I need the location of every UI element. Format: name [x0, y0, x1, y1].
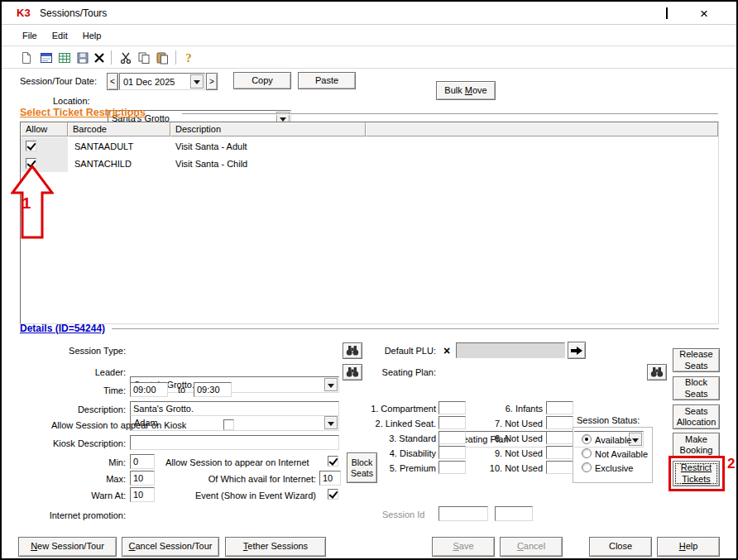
time-start-field[interactable]: 09:00 [130, 382, 168, 397]
seat-label-10: 10. Not Used [478, 463, 543, 473]
kiosk-checkbox[interactable] [223, 419, 234, 430]
date-value: 01 Dec 2025 [120, 77, 175, 87]
time-end-field[interactable]: 09:30 [194, 382, 232, 397]
seat-field-7[interactable] [546, 416, 573, 429]
seat-field-2[interactable] [438, 416, 466, 429]
new-session-tour-button[interactable]: New Session/Tour [18, 537, 117, 557]
make-booking-button[interactable]: Make Booking [673, 433, 720, 457]
seats-allocation-button[interactable]: Seats Allocation [673, 404, 720, 429]
paste-icon[interactable] [154, 50, 170, 66]
menu-edit[interactable]: Edit [45, 28, 75, 43]
min-field[interactable]: 0 [130, 454, 155, 469]
design-form-icon[interactable] [38, 50, 55, 66]
column-header-description[interactable]: Description [170, 122, 366, 136]
time-to-label: to [178, 385, 185, 395]
column-header-barcode[interactable]: Barcode [68, 122, 170, 136]
annotation-box-2 [669, 456, 725, 491]
seating-plan-search-button[interactable] [647, 364, 667, 381]
clear-plu-button[interactable]: × [439, 343, 454, 358]
restriction-row[interactable]: SANTAADULT Visit Santa - Adult [21, 137, 718, 155]
paste-button[interactable]: Paste [298, 72, 356, 89]
cancel-session-tour-button[interactable]: Cancel Session/Tour [122, 537, 219, 557]
event-check-label: Event (Show in Event Wizard) [192, 491, 316, 500]
seat-label-2: 2. Linked Seat. [357, 419, 436, 428]
cut-icon[interactable] [117, 50, 134, 66]
annotation-step2-number: 2 [727, 456, 735, 472]
seat-label-7: 7. Not Used [478, 419, 543, 428]
close-dialog-button[interactable]: Close [589, 537, 652, 557]
menu-file[interactable]: File [15, 28, 45, 43]
tether-sessions-button[interactable]: Tether Sessions [225, 537, 326, 557]
release-seats-button[interactable]: Release Seats [673, 348, 720, 372]
max-field[interactable]: 10 [130, 471, 155, 486]
seat-field-3[interactable] [438, 431, 466, 444]
copy-icon[interactable] [136, 50, 152, 66]
seat-field-9[interactable] [546, 446, 573, 459]
session-type-search-button[interactable] [343, 342, 362, 359]
ticket-restrictions-list[interactable]: Allow Barcode Description SANTAADULT Vis… [20, 122, 719, 324]
restrictions-legend: Select Ticket Restrictions [20, 107, 146, 118]
minimize-button[interactable] [616, 3, 644, 23]
default-plu-label: Default PLU: [374, 346, 436, 356]
toolbar: ? [2, 47, 736, 69]
chevron-down-icon[interactable] [324, 416, 338, 429]
barcode-cell: SANTAADULT [68, 141, 170, 151]
block-seats-button[interactable]: Block Seats [673, 376, 720, 400]
seat-field-5[interactable] [438, 461, 466, 474]
description-field[interactable]: Santa's Grotto. [130, 401, 339, 416]
column-header-allow[interactable]: Allow [21, 122, 68, 136]
new-document-icon[interactable] [18, 50, 35, 66]
delete-icon[interactable] [91, 50, 108, 66]
barcode-cell: SANTACHILD [68, 159, 170, 169]
list-header: Allow Barcode Description [21, 122, 718, 136]
seat-label-3: 3. Standard [357, 433, 436, 443]
status-radio-exclusive[interactable] [582, 462, 592, 472]
session-id-field-2[interactable] [495, 506, 533, 521]
seat-field-8[interactable] [546, 431, 573, 444]
date-next-button[interactable]: > [206, 73, 218, 90]
plu-lookup-button[interactable] [568, 342, 586, 359]
toolbar-separator [111, 50, 113, 65]
clear-x-icon: × [443, 345, 450, 357]
seat-field-6[interactable] [546, 401, 573, 414]
binoculars-icon [346, 346, 359, 356]
event-checkbox[interactable] [328, 489, 338, 500]
cancel-button[interactable]: Cancel [500, 537, 563, 557]
description-label: Description: [10, 404, 126, 414]
seat-field-1[interactable] [438, 401, 466, 414]
binoculars-icon [650, 367, 664, 377]
date-combobox[interactable]: 01 Dec 2025 [119, 73, 205, 90]
seat-label-8: 8. Not Used [478, 433, 543, 443]
seat-field-10[interactable] [546, 461, 573, 474]
group-line [182, 113, 718, 114]
maximize-icon [666, 8, 668, 18]
date-prev-button[interactable]: < [107, 73, 118, 90]
help-icon[interactable]: ? [180, 50, 197, 66]
title-bar: K3 Sessions/Tours [2, 2, 736, 25]
restriction-row[interactable]: SANTACHILD Visit Santa - Child [21, 155, 718, 172]
menu-help[interactable]: Help [75, 28, 109, 43]
status-radio-not-available[interactable] [582, 448, 592, 458]
kiosk-description-field[interactable] [130, 435, 339, 450]
save-button[interactable]: Save [432, 537, 495, 557]
maximize-button[interactable] [653, 3, 681, 23]
status-label-exclusive: Exclusive [595, 463, 633, 473]
status-radio-available[interactable] [582, 434, 592, 444]
chevron-down-icon[interactable] [190, 74, 204, 89]
internet-avail-field[interactable]: 10 [319, 471, 341, 486]
arrow-right-icon [571, 347, 582, 355]
copy-button[interactable]: Copy [233, 72, 291, 89]
session-id-field-1[interactable] [438, 506, 488, 521]
allow-checkbox[interactable] [26, 141, 36, 151]
seat-field-4[interactable] [438, 446, 466, 459]
save-icon[interactable] [74, 50, 91, 66]
export-sheet-icon[interactable] [56, 50, 73, 66]
chevron-down-icon[interactable] [324, 378, 338, 391]
close-button[interactable] [690, 3, 718, 23]
help-button[interactable]: Help [657, 537, 720, 557]
details-legend: Details (ID=54244) [20, 323, 105, 334]
warn-at-field[interactable]: 10 [130, 487, 155, 502]
description-cell: Visit Santa - Adult [170, 141, 247, 151]
internet-checkbox[interactable] [328, 456, 338, 467]
bulk-move-button[interactable]: Bulk Move [436, 81, 496, 100]
